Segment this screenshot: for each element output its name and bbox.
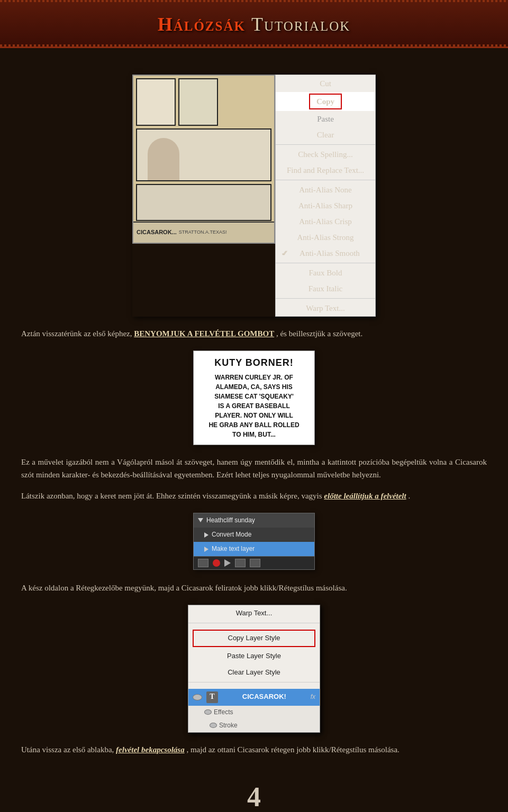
timeline-btn-1[interactable] — [198, 559, 208, 567]
layer-row-convert: Convert Mode — [194, 528, 314, 542]
main-content: CICASAROK... STRATTON.A.TEXAS! Cut Copy … — [0, 48, 508, 812]
comic-title: KUTY BORNER! — [199, 356, 309, 370]
menu-item-find-replace[interactable]: Find and Replace Text... — [276, 162, 375, 178]
para1-end: , és beillesztjük a szöveget. — [276, 329, 362, 338]
para5-start: Utána vissza az első ablakba, — [21, 745, 114, 754]
layer-timeline — [194, 556, 314, 569]
paragraph-1: Aztán visszatérünk az első képhez, BENYO… — [21, 327, 487, 340]
menu-item-faux-bold[interactable]: Faux Bold — [276, 265, 375, 281]
layer-cicasarok-row[interactable]: T CICASAROK! fx — [188, 689, 320, 706]
menu-item-warp-text-2[interactable]: Warp Text... — [188, 605, 320, 622]
effects-eye-icon[interactable] — [204, 709, 212, 715]
layer-row-make-text[interactable]: Make text layer — [194, 542, 314, 556]
paragraph-2: Ez a művelet igazából nem a Vágólapról m… — [21, 456, 487, 481]
menu-item-check-spelling[interactable]: Check Spelling... — [276, 146, 375, 162]
separator-2 — [276, 180, 375, 180]
para3-text: Látszik azonban, hogy a keret nem jött á… — [21, 492, 322, 500]
paragraph-3: Látszik azonban, hogy a keret nem jött á… — [21, 490, 487, 502]
eye-icon[interactable] — [193, 694, 202, 700]
menu-item-antialias-none[interactable]: Anti-Alias None — [276, 182, 375, 198]
t-icon: T — [206, 691, 218, 703]
separator-5 — [188, 623, 320, 629]
collapsed-icon-1 — [204, 532, 208, 538]
menu-item-cut[interactable]: Cut — [276, 75, 375, 92]
stroke-eye-icon[interactable] — [210, 723, 217, 728]
menu-item-copy-layer-style[interactable]: Copy Layer Style — [193, 630, 315, 647]
layer-label-heathcliff: Heathcliff sunday — [206, 515, 255, 525]
layer-row-heathcliff: Heathcliff sunday — [194, 513, 314, 528]
title-part1: Hálózsák — [158, 14, 246, 35]
copy-layer-style-label: Copy Layer Style — [228, 634, 280, 642]
menu-item-clear[interactable]: Clear — [276, 127, 375, 143]
menu-item-antialias-strong[interactable]: Anti-Alias Strong — [276, 229, 375, 245]
separator-6 — [188, 682, 320, 688]
menu-item-paste-layer-style[interactable]: Paste Layer Style — [188, 648, 320, 665]
screenshot-1: CICASAROK... STRATTON.A.TEXAS! Cut Copy … — [132, 75, 376, 317]
effects-row: Effects — [188, 706, 320, 719]
timeline-play-btn[interactable] — [224, 559, 231, 567]
context-menu-1: Cut Copy Paste Clear Check Spelling... F… — [275, 75, 376, 317]
layer-style-menu: Warp Text... Copy Layer Style Paste Laye… — [188, 605, 320, 733]
page-number: 4 — [21, 764, 487, 812]
timeline-record-btn[interactable] — [213, 559, 220, 567]
para3-bold: előtte leállítjuk a felvételt — [324, 492, 406, 500]
paragraph-4: A kész oldalon a Rétegkezelőbe megyünk, … — [21, 582, 487, 594]
menu-item-antialias-smooth[interactable]: ✓Anti-Alias Smooth — [276, 245, 375, 261]
comic-body: WARREN CURLEY JR. OF ALAMEDA, CA, SAYS H… — [199, 373, 309, 439]
para5-end: , majd az ottani Cicasarok rétegen jobb … — [186, 745, 399, 754]
collapsed-icon-2 — [204, 547, 208, 552]
separator-3 — [276, 263, 375, 263]
screenshot-3-container: Heathcliff sunday Convert Mode Make text… — [21, 513, 487, 571]
stroke-row: Stroke — [188, 719, 320, 732]
separator-1 — [276, 144, 375, 145]
separator-4 — [276, 298, 375, 299]
screenshot-4-container: Warp Text... Copy Layer Style Paste Laye… — [21, 605, 487, 733]
layer-panel-image: Heathcliff sunday Convert Mode Make text… — [193, 513, 315, 570]
para5-bold: felvétel bekapcsolása — [116, 745, 185, 754]
menu-item-clear-layer-style[interactable]: Clear Layer Style — [188, 665, 320, 681]
stroke-label: Stroke — [219, 721, 238, 731]
menu-item-faux-italic[interactable]: Faux Italic — [276, 281, 375, 297]
menu-item-antialias-crisp[interactable]: Anti-Alias Crisp — [276, 214, 375, 229]
title-part2: Tutorialok — [251, 14, 350, 35]
site-title: Hálózsák Tutorialok — [0, 10, 508, 40]
para1-bold: BENYOMJUK A FELVÉTEL GOMBOT — [134, 329, 274, 338]
comic-image: CICASAROK... STRATTON.A.TEXAS! — [132, 75, 275, 244]
page-header: Hálózsák Tutorialok — [0, 0, 508, 48]
menu-item-warp-text[interactable]: Warp Text... — [276, 300, 375, 316]
paragraph-5: Utána vissza az első ablakba, felvétel b… — [21, 743, 487, 756]
para3-end: . — [408, 492, 410, 500]
timeline-btn-2[interactable] — [235, 559, 246, 567]
layer-label-make-text: Make text layer — [212, 544, 255, 554]
timeline-btn-3[interactable] — [250, 559, 260, 567]
menu-item-paste[interactable]: Paste — [276, 111, 375, 127]
menu-item-copy[interactable]: Copy — [276, 92, 375, 111]
screenshot-1-container: CICASAROK... STRATTON.A.TEXAS! Cut Copy … — [21, 75, 487, 317]
screenshot-4: Warp Text... Copy Layer Style Paste Laye… — [188, 605, 320, 733]
expand-icon — [198, 518, 203, 522]
para1-text: Aztán visszatérünk az első képhez, — [21, 329, 132, 338]
effects-label: Effects — [214, 707, 233, 717]
fx-badge: fx — [311, 692, 315, 702]
layer-name: CICASAROK! — [222, 691, 306, 703]
menu-item-antialias-sharp[interactable]: Anti-Alias Sharp — [276, 198, 375, 214]
screenshot-2-container: KUTY BORNER! WARREN CURLEY JR. OF ALAMED… — [21, 350, 487, 445]
comic-text-image: KUTY BORNER! WARREN CURLEY JR. OF ALAMED… — [193, 350, 315, 445]
layer-label-convert: Convert Mode — [212, 530, 251, 540]
